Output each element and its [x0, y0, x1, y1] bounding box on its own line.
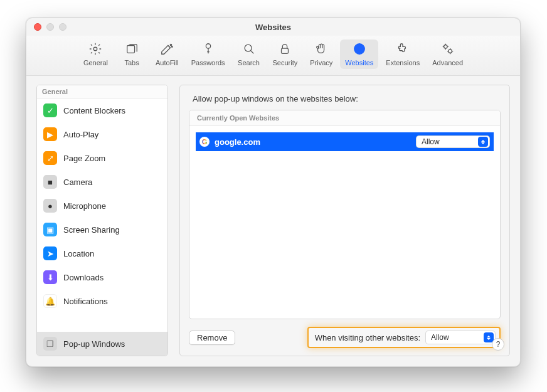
bottom-bar: Remove When visiting other websites: All… — [189, 319, 501, 348]
settings-sidebar: General ✓ Content Blockers ▶ Auto-Play ⤢… — [36, 85, 168, 356]
sidebar-item-label: Auto-Play — [63, 130, 98, 139]
sidebar-item-label: Pop-up Windows — [63, 339, 125, 349]
search-icon — [242, 42, 256, 57]
sidebar-item-screen-sharing[interactable]: ▣ Screen Sharing — [37, 218, 167, 241]
svg-rect-1 — [127, 46, 135, 53]
toolbar-extensions[interactable]: Extensions — [381, 40, 425, 69]
default-policy-highlight: When visiting other websites: Allow — [307, 327, 501, 348]
toolbar-passwords[interactable]: Passwords — [186, 40, 230, 69]
toolbar-label: Advanced — [432, 59, 463, 66]
toolbar-label: Privacy — [310, 59, 332, 66]
websites-table: Currently Open Websites G google.com All… — [189, 110, 501, 319]
gear-icon — [88, 42, 102, 57]
svg-rect-6 — [282, 48, 289, 53]
bell-icon: 🔔 — [43, 294, 57, 308]
sidebar-item-downloads[interactable]: ⬇ Downloads — [37, 265, 167, 289]
svg-point-9 — [449, 50, 452, 53]
toolbar-autofill[interactable]: AutoFill — [151, 40, 184, 69]
camera-icon: ■ — [43, 175, 57, 189]
sidebar-item-content-blockers[interactable]: ✓ Content Blockers — [37, 98, 167, 122]
sidebar-item-auto-play[interactable]: ▶ Auto-Play — [37, 122, 167, 146]
help-button[interactable]: ? — [492, 338, 504, 351]
shield-check-icon: ✓ — [43, 103, 57, 117]
default-policy-label: When visiting other websites: — [315, 333, 420, 342]
sidebar-item-page-zoom[interactable]: ⤢ Page Zoom — [37, 146, 167, 170]
toolbar-search[interactable]: Search — [233, 40, 265, 69]
gears-icon — [441, 42, 455, 57]
preferences-toolbar: General Tabs AutoFill Passwords Search S… — [26, 36, 520, 76]
toolbar-label: Websites — [345, 59, 373, 66]
puzzle-icon — [396, 42, 410, 57]
sidebar-item-microphone[interactable]: ● Microphone — [37, 194, 167, 218]
close-window-button[interactable] — [34, 23, 41, 31]
main-panel: Allow pop-up windows on the websites bel… — [179, 85, 510, 356]
sidebar-group-header: General — [37, 85, 167, 98]
toolbar-privacy[interactable]: Privacy — [305, 40, 337, 69]
select-value: Allow — [431, 333, 449, 342]
sidebar-item-label: Camera — [63, 177, 92, 187]
svg-point-8 — [443, 45, 447, 49]
table-row[interactable]: G google.com Allow — [196, 132, 494, 151]
window-title: Websites — [255, 23, 291, 32]
toolbar-general[interactable]: General — [78, 40, 113, 69]
toolbar-label: Security — [273, 59, 298, 66]
select-value: Allow — [422, 137, 440, 146]
chevron-updown-icon — [478, 137, 488, 147]
remove-button[interactable]: Remove — [189, 331, 235, 345]
tabs-icon — [125, 42, 139, 57]
lock-icon — [278, 42, 292, 57]
toolbar-websites[interactable]: Websites — [340, 40, 378, 69]
content-area: General ✓ Content Blockers ▶ Auto-Play ⤢… — [26, 76, 520, 366]
sidebar-list: ✓ Content Blockers ▶ Auto-Play ⤢ Page Zo… — [37, 98, 167, 356]
table-header: Currently Open Websites — [189, 110, 500, 126]
download-icon: ⬇ — [43, 270, 57, 284]
google-favicon-icon: G — [199, 137, 210, 147]
toolbar-label: Search — [238, 59, 260, 66]
row-permission-select[interactable]: Allow — [416, 135, 490, 148]
window-controls — [34, 23, 66, 31]
play-icon: ▶ — [43, 127, 57, 141]
preferences-window: Websites General Tabs AutoFill Passwords… — [26, 18, 521, 367]
toolbar-security[interactable]: Security — [268, 40, 303, 69]
svg-point-0 — [94, 47, 98, 51]
svg-point-4 — [206, 44, 210, 48]
microphone-icon: ● — [43, 199, 57, 213]
zoom-icon: ⤢ — [43, 151, 57, 165]
svg-point-2 — [171, 44, 172, 45]
sidebar-item-label: Location — [63, 249, 94, 258]
key-icon — [201, 42, 215, 57]
toolbar-label: Tabs — [124, 59, 139, 66]
sidebar-item-label: Microphone — [63, 201, 106, 211]
default-permission-select[interactable]: Allow — [425, 331, 496, 344]
zoom-window-button[interactable] — [59, 23, 66, 31]
screen-icon: ▣ — [43, 223, 57, 236]
panel-heading: Allow pop-up windows on the websites bel… — [189, 93, 501, 110]
toolbar-advanced[interactable]: Advanced — [427, 40, 468, 69]
sidebar-item-label: Screen Sharing — [63, 225, 120, 235]
location-icon: ➤ — [43, 246, 57, 260]
sidebar-item-label: Notifications — [63, 297, 108, 306]
sidebar-item-popup-windows[interactable]: ❐ Pop-up Windows — [37, 332, 167, 356]
sidebar-item-label: Content Blockers — [63, 106, 125, 115]
toolbar-label: General — [83, 59, 108, 66]
table-body: G google.com Allow — [189, 126, 500, 319]
svg-point-5 — [245, 45, 252, 51]
sidebar-item-camera[interactable]: ■ Camera — [37, 170, 167, 194]
toolbar-label: Passwords — [191, 59, 225, 66]
toolbar-label: Extensions — [386, 59, 420, 66]
toolbar-tabs[interactable]: Tabs — [115, 40, 148, 69]
hand-icon — [314, 42, 328, 57]
sidebar-item-label: Page Zoom — [63, 154, 105, 163]
titlebar: Websites — [26, 18, 520, 36]
website-domain: google.com — [215, 137, 411, 147]
window-icon: ❐ — [43, 337, 57, 351]
toolbar-label: AutoFill — [156, 59, 179, 66]
sidebar-item-label: Downloads — [63, 273, 104, 282]
sidebar-item-location[interactable]: ➤ Location — [37, 241, 167, 265]
sidebar-item-notifications[interactable]: 🔔 Notifications — [37, 289, 167, 313]
svg-point-3 — [172, 46, 173, 47]
minimize-window-button[interactable] — [46, 23, 54, 31]
pencil-icon — [160, 42, 174, 57]
globe-icon — [353, 42, 366, 57]
question-icon: ? — [496, 340, 501, 349]
